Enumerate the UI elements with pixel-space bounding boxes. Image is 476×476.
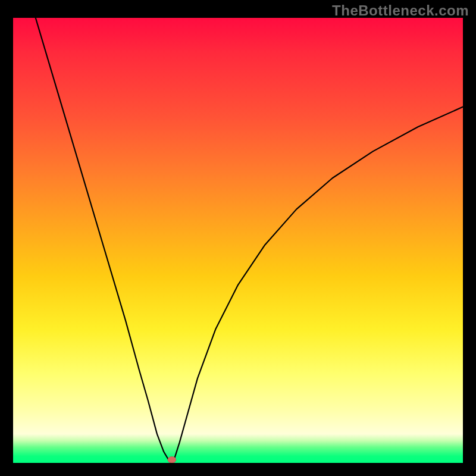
curve-svg: [13, 18, 463, 463]
optimum-marker: [168, 456, 176, 463]
chart-frame: TheBottleneck.com: [0, 0, 476, 476]
curve-left-branch: [36, 18, 172, 463]
watermark-text: TheBottleneck.com: [332, 2, 469, 19]
plot-area: [13, 18, 463, 463]
curve-right-branch: [172, 107, 463, 463]
